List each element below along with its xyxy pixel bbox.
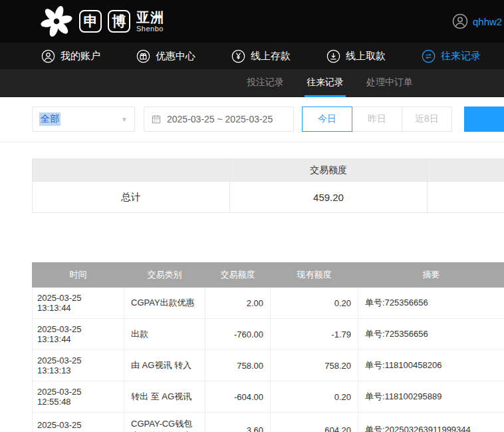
cell-time: 2025-03-25 12:55:48 [33, 381, 124, 413]
nav-label: 我的账户 [61, 50, 100, 63]
header-balance: 现有额度 [271, 263, 358, 288]
deposit-icon [231, 49, 245, 63]
table-row: 2025-03-25 12:55:48 转出 至 AG视讯 -604.00 0.… [33, 381, 504, 413]
gift-icon [136, 49, 150, 63]
logo-region: 亚洲 Shenbo [136, 11, 164, 33]
page: 申 博 亚洲 Shenbo qhhw2 我的账户 [0, 0, 504, 432]
cell-summary: 单号:118100295889 [358, 381, 504, 413]
summary-header-amount: 交易额度 [230, 159, 428, 182]
cell-time: 2025-03-25 13:13:44 [33, 319, 124, 350]
nav-label: 往来记录 [441, 50, 481, 63]
cell-type: 由 AG视讯 转入 [124, 350, 205, 381]
yesterday-button[interactable]: 昨日 [352, 107, 402, 132]
nav-item-promotions[interactable]: 优惠中心 [136, 49, 195, 63]
withdraw-icon [326, 49, 340, 63]
logo-char-shen: 申 [79, 10, 102, 33]
cell-amount: -760.00 [205, 319, 271, 350]
tab-pending-orders[interactable]: 处理中订单 [364, 77, 415, 97]
table-row: 2025-03-25 12:55:40 CGPAY-CG钱包支付笔笔送优惠 3.… [33, 413, 504, 432]
search-button[interactable] [464, 107, 504, 132]
username[interactable]: qhhw2 [473, 16, 502, 27]
tab-transaction-records[interactable]: 往来记录 [305, 77, 346, 97]
filter-bar: 全部 ▼ 今日 昨日 近8日 [32, 107, 504, 132]
cell-amount: -604.00 [205, 381, 271, 413]
header-time: 时间 [33, 263, 124, 288]
tab-bet-records[interactable]: 投注记录 [245, 77, 286, 97]
calendar-icon [151, 114, 162, 124]
flower-logo-icon [40, 5, 73, 38]
summary-table: 交易额度 总计 459.20 [32, 158, 504, 213]
nav-label: 优惠中心 [156, 50, 195, 63]
cell-type: CGPAY出款优惠 [124, 288, 205, 319]
user-avatar-icon [452, 13, 468, 29]
cell-time: 2025-03-25 13:13:13 [33, 350, 124, 381]
top-header: 申 博 亚洲 Shenbo qhhw2 [0, 0, 504, 43]
date-range-picker[interactable] [144, 107, 294, 132]
nav-item-transactions[interactable]: 往来记录 [422, 49, 481, 63]
nav-item-withdraw[interactable]: 线上取款 [326, 49, 386, 63]
brand-logo: 申 博 亚洲 Shenbo [40, 5, 164, 38]
cell-time: 2025-03-25 12:55:40 [33, 413, 124, 432]
cell-balance: 0.20 [271, 288, 358, 319]
table-header-row: 时间 交易类别 交易额度 现有额度 摘要 [33, 263, 504, 288]
user-account[interactable]: qhhw2 [452, 0, 502, 43]
cell-summary: 单号:118100458206 [358, 350, 504, 381]
nav-item-deposit[interactable]: 线上存款 [231, 49, 291, 63]
logo-region-text: 亚洲 [136, 11, 164, 24]
summary-total-row: 总计 459.20 [33, 182, 504, 213]
cell-amount: 3.60 [205, 413, 271, 432]
table-row: 2025-03-25 13:13:44 CGPAY出款优惠 2.00 0.20 … [33, 288, 504, 319]
summary-header-cut [428, 159, 504, 182]
table-row: 2025-03-25 13:13:13 由 AG视讯 转入 758.00 758… [33, 350, 504, 381]
cell-summary: 单号:202503263911999344 [358, 413, 504, 432]
section-divider [0, 142, 504, 142]
summary-header-empty [33, 159, 230, 182]
table-row: 2025-03-25 13:13:44 出款 -760.00 -1.79 单号:… [33, 319, 504, 350]
date-range-input[interactable] [167, 114, 287, 124]
nav-label: 线上存款 [251, 50, 291, 63]
cell-balance: -1.79 [271, 319, 358, 350]
cell-type: 转出 至 AG视讯 [124, 381, 205, 413]
sub-nav: 投注记录 往来记录 处理中订单 [0, 69, 504, 97]
cell-balance: 758.20 [271, 350, 358, 381]
cell-amount: 758.00 [205, 350, 271, 381]
category-select-value: 全部 [39, 112, 61, 126]
quick-date-buttons: 今日 昨日 近8日 [302, 107, 452, 132]
transactions-table: 时间 交易类别 交易额度 现有额度 摘要 2025-03-25 13:13:44… [32, 262, 504, 432]
main-nav: 我的账户 优惠中心 线上存款 线上取款 往来记录 [0, 43, 504, 69]
summary-total-cut [428, 182, 504, 213]
cell-type: 出款 [124, 319, 205, 350]
cell-balance: 604.20 [271, 413, 358, 432]
summary-header-row: 交易额度 [33, 159, 504, 182]
cell-type: CGPAY-CG钱包支付笔笔送优惠 [124, 413, 205, 432]
header-summary: 摘要 [358, 263, 504, 288]
cell-summary: 单号:725356656 [358, 319, 504, 350]
today-button[interactable]: 今日 [302, 107, 352, 132]
records-icon [422, 49, 436, 63]
cell-balance: 0.20 [271, 381, 358, 413]
cell-summary: 单号:725356656 [358, 288, 504, 319]
chevron-down-icon: ▼ [121, 116, 128, 123]
logo-char-bo: 博 [108, 10, 130, 33]
summary-total-label: 总计 [33, 182, 230, 213]
nav-item-my-account[interactable]: 我的账户 [41, 49, 100, 63]
user-icon [41, 49, 55, 63]
category-select[interactable]: 全部 ▼ [32, 107, 135, 132]
header-amount: 交易额度 [205, 263, 271, 288]
header-type: 交易类别 [124, 263, 205, 288]
last-8-days-button[interactable]: 近8日 [402, 107, 452, 132]
cell-amount: 2.00 [205, 288, 271, 319]
nav-label: 线上取款 [346, 50, 386, 63]
logo-subtitle: Shenbo [136, 25, 164, 33]
summary-total-value: 459.20 [230, 182, 428, 213]
cell-time: 2025-03-25 13:13:44 [33, 288, 124, 319]
